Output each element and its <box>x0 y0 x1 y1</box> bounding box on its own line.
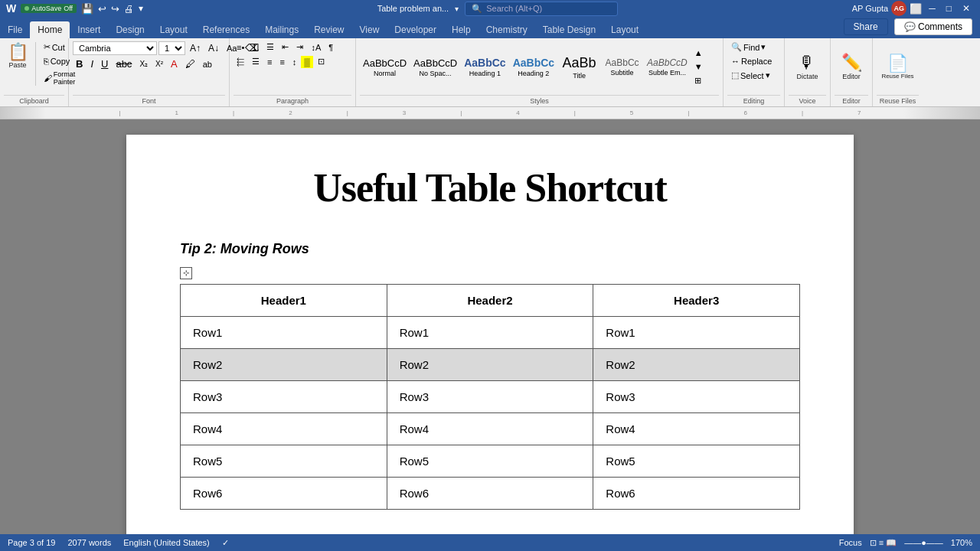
ribbon-tabs: File Home Insert Design Layout Reference… <box>0 21 836 38</box>
zoom-slider[interactable]: ——●—— <box>904 538 943 547</box>
tab-references[interactable]: References <box>195 21 257 38</box>
style-subtle-em[interactable]: AaBbCcD Subtle Em... <box>644 56 691 78</box>
style-heading1[interactable]: AaBbCc Heading 1 <box>461 55 508 79</box>
styles-scroll-up[interactable]: ▲ <box>691 47 706 59</box>
style-heading2-label: Heading 2 <box>513 70 554 77</box>
redo-icon[interactable]: ↪ <box>111 3 119 15</box>
superscript-button[interactable]: X² <box>152 58 166 70</box>
col-header-2: Header2 <box>387 284 593 316</box>
tab-layout[interactable]: Layout <box>152 21 195 38</box>
style-subtitle[interactable]: AaBbCc Subtitle <box>601 56 643 78</box>
autosave-badge[interactable]: AutoSave Off <box>21 4 77 13</box>
table-move-handle[interactable]: ⊹ <box>180 267 192 279</box>
style-title[interactable]: AaBb Title <box>558 54 600 81</box>
view-mode-icons[interactable]: ⊡ ≡ 📖 <box>870 538 897 548</box>
grow-font-button[interactable]: A↑ <box>187 41 204 55</box>
customize-icon[interactable]: ▾ <box>139 3 143 14</box>
dictate-icon: 🎙 <box>799 54 815 72</box>
col-header-1: Header1 <box>181 284 387 316</box>
table-row: Row1Row1Row1 <box>181 316 800 348</box>
tab-view[interactable]: View <box>352 21 387 38</box>
paste-icon: 📋 <box>8 43 28 61</box>
styles-scroll-down[interactable]: ▼ <box>691 60 706 73</box>
editing-group: 🔍 Find ▾ ↔ Replace ⬚ Select ▾ Editing <box>724 38 785 106</box>
shrink-font-button[interactable]: A↓ <box>205 41 222 55</box>
style-heading1-label: Heading 1 <box>464 70 505 77</box>
bold-button[interactable]: B <box>73 57 86 71</box>
find-button[interactable]: 🔍 Find ▾ <box>727 41 769 54</box>
tab-file[interactable]: File <box>0 21 30 38</box>
numbering-button[interactable]: 1. <box>249 41 262 54</box>
tab-developer[interactable]: Developer <box>387 21 444 38</box>
align-center-button[interactable]: ☰ <box>249 55 263 68</box>
reuse-files-button[interactable]: 📄 Reuse Files <box>877 52 917 82</box>
format-painter-icon: 🖌 <box>44 73 52 83</box>
tab-chemistry[interactable]: Chemistry <box>479 21 535 38</box>
increase-indent-button[interactable]: ⇥ <box>293 41 306 54</box>
font-face-select[interactable]: Cambria <box>73 41 157 55</box>
editor-button[interactable]: ✏️ Editor <box>838 51 866 82</box>
paste-button[interactable]: 📋 Paste <box>4 41 31 87</box>
comments-button[interactable]: 💬 Comments <box>894 18 972 35</box>
status-right: Focus ⊡ ≡ 📖 ——●—— 170% <box>839 538 972 548</box>
dictate-button[interactable]: 🎙 Dictate <box>792 51 822 82</box>
tab-help[interactable]: Help <box>444 21 479 38</box>
search-bar[interactable]: 🔍 Search (Alt+Q) <box>465 2 618 16</box>
style-normal[interactable]: AaBbCcD Normal <box>360 56 410 79</box>
font-color-button[interactable]: A <box>168 57 181 71</box>
decrease-indent-button[interactable]: ⇤ <box>279 41 292 54</box>
highlight-button[interactable]: 🖊 <box>182 57 198 71</box>
dropdown-icon[interactable]: ▾ <box>455 5 459 13</box>
tab-mailings[interactable]: Mailings <box>257 21 306 38</box>
font-row2: B I U abc X₂ X² A 🖊 ab <box>73 57 215 71</box>
replace-button[interactable]: ↔ Replace <box>727 55 776 67</box>
sort-button[interactable]: ↕A <box>308 41 324 54</box>
tab-review[interactable]: Review <box>306 21 351 38</box>
tab-home[interactable]: Home <box>30 21 70 38</box>
align-left-button[interactable]: ⬱ <box>234 55 247 68</box>
undo-icon[interactable]: ↩ <box>98 3 106 15</box>
borders-button[interactable]: ⊡ <box>315 55 328 68</box>
tab-design[interactable]: Design <box>108 21 152 38</box>
select-button[interactable]: ⬚ Select ▾ <box>727 69 774 82</box>
show-hide-button[interactable]: ¶ <box>325 41 336 54</box>
justify-button[interactable]: ≡ <box>276 56 287 68</box>
line-spacing-button[interactable]: ↕ <box>289 56 300 68</box>
align-right-button[interactable]: ≡ <box>264 56 275 68</box>
restore-btn[interactable]: □ <box>942 3 956 14</box>
username: AP Gupta <box>852 4 889 13</box>
tab-layout2[interactable]: Layout <box>603 21 646 38</box>
user-avatar[interactable]: AG <box>891 1 906 16</box>
subscript-button[interactable]: X₂ <box>136 58 151 70</box>
focus-button[interactable]: Focus <box>839 538 862 547</box>
view-options-icon[interactable]: ⬜ <box>910 3 922 15</box>
share-button[interactable]: Share <box>844 18 888 35</box>
tab-insert[interactable]: Insert <box>70 21 108 38</box>
voice-label: Voice <box>789 95 826 106</box>
style-no-space[interactable]: AaBbCcD No Spac... <box>410 56 460 79</box>
text-highlight-button[interactable]: ab <box>200 58 215 70</box>
table-move-handle-wrapper: ⊹ <box>180 265 800 281</box>
bullets-button[interactable]: ≡• <box>234 41 247 54</box>
font-size-select[interactable]: 11 <box>158 41 185 55</box>
voice-content: 🎙 Dictate <box>789 41 826 93</box>
cut-icon: ✂ <box>44 42 51 52</box>
style-subtitle-preview: AaBbCc <box>604 57 640 68</box>
styles-more[interactable]: ⊞ <box>691 74 706 87</box>
tab-table-design[interactable]: Table Design <box>535 21 603 38</box>
styles-group: AaBbCcD Normal AaBbCcD No Spac... AaBbCc… <box>356 38 724 106</box>
minimize-btn[interactable]: ─ <box>925 3 939 14</box>
italic-button[interactable]: I <box>87 57 96 71</box>
save-icon[interactable]: 💾 <box>81 3 93 15</box>
multilevel-button[interactable]: ☰ <box>263 41 277 54</box>
underline-button[interactable]: U <box>98 57 111 71</box>
word-count: 2077 words <box>67 538 111 548</box>
proofing-icon[interactable]: ✓ <box>222 538 229 548</box>
close-btn[interactable]: ✕ <box>959 3 974 14</box>
strikethrough-button[interactable]: abc <box>113 57 135 71</box>
style-heading2[interactable]: AaBbCc Heading 2 <box>510 55 557 79</box>
styles-scroll: ▲ ▼ ⊞ <box>691 47 706 87</box>
clipboard-group: 📋 Paste ✂ Cut ⎘ Copy 🖌 Format Pain <box>0 38 69 106</box>
shading-button[interactable]: ▒ <box>301 56 313 68</box>
print-icon[interactable]: 🖨 <box>124 3 134 15</box>
